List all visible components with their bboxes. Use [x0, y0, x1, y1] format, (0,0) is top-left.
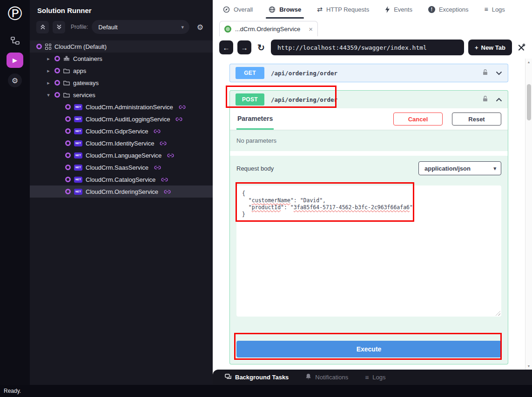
tools-icon[interactable] — [517, 43, 525, 52]
lock-icon[interactable] — [482, 69, 488, 78]
chevron-right-icon[interactable]: ▸ — [46, 80, 51, 86]
parameters-header: Parameters Cancel Reset — [230, 108, 508, 130]
dotnet-icon: NET — [74, 104, 82, 110]
node-ring-icon — [54, 68, 60, 73]
expand-all-button[interactable] — [53, 21, 65, 33]
link-icon[interactable] — [167, 153, 174, 158]
tree-item-label: CloudCrm.LanguageService — [86, 152, 162, 159]
opblock-get-header[interactable]: GET /api/ordering/order — [230, 64, 508, 82]
post-path: /api/ordering/order — [271, 96, 337, 103]
tab-overall[interactable]: Overall — [223, 0, 253, 19]
opblock-get-order: GET /api/ordering/order — [229, 64, 508, 82]
notifications-item[interactable]: Notifications — [305, 373, 348, 381]
lock-icon[interactable] — [482, 95, 488, 104]
tab-browse[interactable]: Browse — [269, 0, 301, 19]
link-icon[interactable] — [160, 141, 167, 146]
tree-item-label: CloudCrm (Default) — [54, 43, 107, 50]
tree-item-label: CloudCrm.CatalogService — [86, 176, 155, 183]
back-button[interactable]: ← — [219, 40, 233, 54]
node-ring-icon — [65, 165, 71, 170]
tree-item-label: CloudCrm.OrderingService — [86, 188, 158, 195]
section-divider — [230, 151, 508, 156]
workspace: Overall Browse ⇄ HTTP Requests Events ! … — [213, 0, 532, 385]
parameters-title: Parameters — [236, 108, 274, 130]
opblock-post-order: POST /api/ordering/order Parameters Canc… — [229, 90, 508, 364]
profile-label: Profile: — [71, 24, 88, 30]
play-icon: ▶ — [13, 57, 17, 64]
tab-exceptions[interactable]: ! Exceptions — [428, 0, 469, 19]
link-icon[interactable] — [164, 190, 171, 194]
tree-item-service-auditlogging[interactable]: NET CloudCrm.AuditLoggingService — [30, 113, 213, 125]
scrollbar[interactable]: ▲ ▼ — [525, 59, 532, 370]
link-icon[interactable] — [154, 165, 161, 170]
profile-dropdown[interactable]: Default ▾ — [92, 20, 189, 34]
refresh-button[interactable]: ↻ — [256, 42, 267, 53]
tree-item-service-ordering[interactable]: NET CloudCrm.OrderingService — [30, 185, 213, 198]
chevron-down-icon[interactable]: ▾ — [46, 92, 51, 98]
tree-item-service-administration[interactable]: NET CloudCrm.AdministrationService — [30, 101, 213, 113]
link-icon[interactable] — [179, 105, 186, 109]
app-logo-icon: ℗ — [4, 3, 26, 25]
tree-item-services[interactable]: ▾ services — [30, 89, 213, 101]
tree-item-apps[interactable]: ▸ apps — [30, 65, 213, 77]
close-icon[interactable]: × — [309, 25, 313, 33]
content-type-select[interactable]: application/json ▾ — [418, 161, 501, 175]
gear-icon: ⚙ — [12, 76, 18, 85]
node-ring-icon — [54, 92, 60, 98]
chevron-down-icon[interactable] — [496, 69, 502, 77]
link-icon[interactable] — [161, 178, 168, 182]
collapse-all-button[interactable] — [36, 21, 49, 33]
link-icon[interactable] — [154, 129, 161, 133]
tab-label: HTTP Requests — [326, 6, 369, 13]
chevron-right-icon[interactable]: ▸ — [46, 56, 51, 62]
node-ring-icon — [54, 56, 60, 61]
panel-toolbar: Profile: Default ▾ ⚙ — [30, 15, 213, 40]
execute-button[interactable]: Execute — [236, 341, 501, 357]
tab-http-requests[interactable]: ⇄ HTTP Requests — [317, 0, 369, 19]
chevron-up-icon[interactable] — [496, 95, 502, 104]
dotnet-icon: NET — [74, 165, 82, 171]
reset-button[interactable]: Reset — [452, 112, 501, 126]
background-tasks-item[interactable]: Background Tasks — [225, 374, 289, 381]
tree-item-service-gdpr[interactable]: NET CloudCrm.GdprService — [30, 125, 213, 137]
tree-item-service-identity[interactable]: NET CloudCrm.IdentityService — [30, 137, 213, 149]
logs-item[interactable]: ≡ Logs — [365, 374, 385, 381]
profile-settings-button[interactable]: ⚙ — [193, 20, 207, 34]
activity-rail: ℗ ▶ ⚙ — [0, 0, 30, 385]
chevron-right-icon[interactable]: ▸ — [46, 68, 51, 74]
browser-tab[interactable]: ...dCrm.OrderingService × — [219, 21, 318, 36]
post-method-badge: POST — [236, 93, 264, 106]
tab-events[interactable]: Events — [385, 0, 412, 19]
forward-button[interactable]: → — [237, 40, 251, 54]
scroll-down-icon[interactable]: ▼ — [525, 364, 532, 368]
arrow-left-icon: ← — [223, 44, 230, 52]
tab-logs[interactable]: ≡ Logs — [484, 0, 505, 19]
scroll-up-icon[interactable]: ▲ — [525, 60, 532, 64]
tree-item-service-language[interactable]: NET CloudCrm.LanguageService — [30, 149, 213, 161]
scrollbar-thumb[interactable] — [527, 84, 531, 120]
node-ring-icon — [65, 189, 71, 194]
node-ring-icon — [65, 152, 71, 158]
url-text: http://localhost:44359/swagger/index.htm… — [277, 44, 427, 51]
bottom-task-bar: Background Tasks Notifications ≡ Logs — [213, 370, 532, 385]
lines-icon: ≡ — [484, 6, 488, 13]
settings-icon[interactable]: ⚙ — [8, 73, 22, 87]
tree-item-containers[interactable]: ▸ Containers — [30, 53, 213, 65]
tree-item-service-catalog[interactable]: NET CloudCrm.CatalogService — [30, 173, 213, 185]
tree-item-service-saas[interactable]: NET CloudCrm.SaasService — [30, 161, 213, 173]
lightning-icon — [385, 6, 390, 13]
node-ring-icon — [65, 104, 71, 110]
tree-item-root[interactable]: CloudCrm (Default) — [30, 40, 213, 53]
tree-item-gateways[interactable]: ▸ gateways — [30, 77, 213, 89]
get-path: /api/ordering/order — [271, 70, 337, 77]
opblock-post-header[interactable]: POST /api/ordering/order — [230, 91, 508, 108]
run-button[interactable]: ▶ — [7, 53, 23, 68]
compass-icon — [223, 6, 230, 13]
new-tab-button[interactable]: + New Tab — [468, 40, 512, 55]
request-body-editor[interactable]: { "customerName": "David", "productId": … — [236, 185, 501, 317]
address-bar[interactable]: http://localhost:44359/swagger/index.htm… — [271, 40, 464, 55]
cancel-button[interactable]: Cancel — [393, 112, 443, 126]
bell-icon — [305, 373, 311, 381]
solution-tree-icon[interactable] — [11, 37, 20, 45]
link-icon[interactable] — [175, 117, 182, 121]
